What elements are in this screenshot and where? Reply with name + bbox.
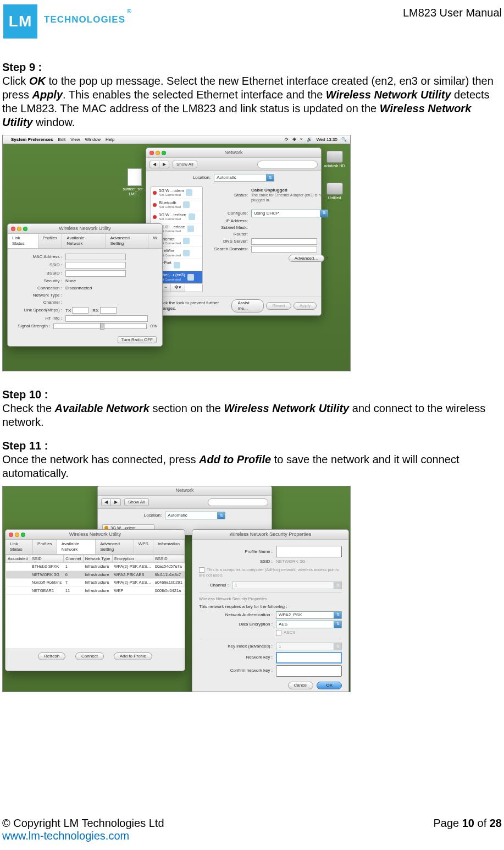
tab-link-status[interactable]: Link Status xyxy=(8,234,38,248)
key-index-select: 1⇅ xyxy=(276,643,342,650)
tab-advanced-setting[interactable]: Advanced Setting xyxy=(106,234,148,248)
airport-icon[interactable]: ⌔ xyxy=(300,137,303,142)
spotlight-icon[interactable]: 🔍 xyxy=(341,137,347,142)
tab-profiles[interactable]: Profiles xyxy=(33,540,57,554)
confirm-key-label: Confirm network key : xyxy=(199,668,276,673)
location-label: Location: xyxy=(144,513,162,518)
bluetooth-icon[interactable]: ❉ xyxy=(292,137,296,142)
table-row[interactable]: BTHub3-SFXK1InfrastructureWPA(2)-PSK AES… xyxy=(6,563,185,571)
advanced-button[interactable]: Advanced… xyxy=(289,255,325,262)
profile-name-input[interactable] xyxy=(276,546,342,557)
tab-available-network[interactable]: Available Network xyxy=(62,234,106,248)
menu-app[interactable]: System Preferences xyxy=(11,137,53,142)
key-index-label: Key index (advanced) : xyxy=(199,644,276,649)
network-table[interactable]: AssociatedSSIDChannelNetwork TypeEncrypt… xyxy=(5,555,185,595)
location-select[interactable]: Automatic⇅ xyxy=(165,512,225,519)
menu-view[interactable]: View xyxy=(70,137,80,142)
window-title: Wireless Network Security Properties xyxy=(192,531,348,538)
screenshot-1: System Preferences Edit View Window Help… xyxy=(2,135,351,371)
step-10-text: Check the Available Network section on t… xyxy=(2,402,502,429)
network-key-input[interactable] xyxy=(276,652,342,663)
tab-wps-cut[interactable]: W xyxy=(148,234,162,248)
nav-back-forward[interactable]: ◀▶ xyxy=(149,161,169,168)
service-item[interactable]: BluetoothNot Connected xyxy=(151,199,202,211)
encryption-select[interactable]: AES⇅ xyxy=(276,621,342,628)
footer-url[interactable]: www.lm-technologies.com xyxy=(2,830,129,842)
desktop-drive-hd[interactable]: acintosh HD xyxy=(322,151,347,169)
tab-information[interactable]: Information xyxy=(153,540,185,554)
revert-button[interactable]: Revert xyxy=(266,302,291,310)
signal-label: Signal Strength : xyxy=(13,323,53,329)
step-11-heading: Step 11 : xyxy=(2,439,502,453)
adhoc-label: This is a computer-to-computer (AdHoc) n… xyxy=(199,567,339,578)
security-properties-window: Wireless Network Security Properties Pro… xyxy=(192,529,349,692)
channel-label: Channel : xyxy=(199,583,232,588)
add-to-profile-button[interactable]: Add to Profile xyxy=(114,652,152,660)
mask-label: Subnet Mask: xyxy=(207,225,251,231)
ip-label: IP Address: xyxy=(207,218,251,224)
location-label: Location: xyxy=(193,175,211,180)
menu-window[interactable]: Window xyxy=(85,137,101,142)
step-9-heading: Step 9 : xyxy=(2,61,502,74)
bssid-value xyxy=(65,270,126,277)
ht-value xyxy=(65,315,148,322)
key-required-text: This network requires a key for the foll… xyxy=(199,604,342,610)
confirm-key-input[interactable] xyxy=(276,665,342,677)
bssid-label: BSSID : xyxy=(13,271,65,276)
network-type-label: Network Type : xyxy=(13,293,65,298)
mac-value xyxy=(65,254,126,260)
search-input[interactable] xyxy=(257,161,318,168)
menu-edit[interactable]: Edit xyxy=(58,137,66,142)
table-row[interactable]: Nordoff-Robbins7InfrastructureWPA(2)-PSK… xyxy=(6,579,185,586)
tab-profiles[interactable]: Profiles xyxy=(38,234,63,248)
router-label: Router: xyxy=(207,232,251,237)
cancel-button[interactable]: Cancel xyxy=(288,682,314,689)
clock[interactable]: Wed 13:35 xyxy=(316,137,337,142)
auth-select[interactable]: WPA2_PSK⇅ xyxy=(276,611,342,619)
show-all-button[interactable]: Show All xyxy=(124,498,149,506)
menu-help[interactable]: Help xyxy=(106,137,114,142)
table-row[interactable]: NETGEAR111InfrastructureWEP000fb5c0421a xyxy=(6,586,185,594)
sync-icon[interactable]: ⟳ xyxy=(285,137,289,142)
location-select[interactable]: Automatic⇅ xyxy=(214,174,274,182)
footer-page: Page 10 of 28 xyxy=(433,817,502,842)
tab-link-status[interactable]: Link Status xyxy=(5,540,33,554)
configure-select[interactable]: Using DHCP⇅ xyxy=(251,210,328,217)
show-all-button[interactable]: Show All xyxy=(173,161,197,168)
signal-value: 0% xyxy=(150,323,157,329)
search-domains-input[interactable] xyxy=(251,246,317,253)
ssid-value: NETWORK 3G xyxy=(276,559,342,564)
refresh-button[interactable]: Refresh xyxy=(38,652,65,660)
tab-available-network[interactable]: Available Network xyxy=(57,540,96,554)
ascii-label: ASCII xyxy=(284,630,295,635)
ssid-label: SSID : xyxy=(13,262,65,268)
status-value: Cable Unplugged xyxy=(251,188,287,193)
window-title: Wireless Network Utility xyxy=(5,531,185,538)
nav-back-forward[interactable]: ◀▶ xyxy=(101,498,121,506)
table-row[interactable]: NETWORK 3G6InfrastructureWPA2-PSK AESf8d… xyxy=(6,571,185,578)
tab-advanced-setting[interactable]: Advanced Setting xyxy=(96,540,134,554)
section-heading: Wireless Network Security Properties xyxy=(199,596,342,601)
apply-button[interactable]: Apply xyxy=(293,302,317,310)
search-input[interactable] xyxy=(208,498,268,506)
ok-button[interactable]: OK xyxy=(317,682,342,689)
service-item[interactable]: 3G W…terfaceNot Connected xyxy=(151,211,202,223)
turn-radio-off-button[interactable]: Turn Radio OFF xyxy=(118,336,157,343)
auth-label: Network Authentication : xyxy=(199,612,276,618)
dns-input[interactable] xyxy=(251,238,317,245)
signal-bar xyxy=(53,323,147,329)
connection-label: Connection : xyxy=(13,286,65,291)
configure-label: Configure: xyxy=(207,211,251,216)
tab-wps[interactable]: WPS xyxy=(134,540,153,554)
logo-square: LM xyxy=(3,4,37,39)
ssid-value xyxy=(65,262,126,268)
screenshot-2: Network ◀▶ Show All Location: Automatic⇅… xyxy=(2,486,351,692)
service-item[interactable]: 3G W…odemNot Connected xyxy=(151,187,202,199)
step-10-heading: Step 10 : xyxy=(2,388,502,402)
service-gear-button[interactable]: ✻▾ xyxy=(171,284,185,292)
window-title: Network xyxy=(146,150,321,156)
assist-button[interactable]: Assist me… xyxy=(231,299,264,312)
volume-icon[interactable]: 🔊 xyxy=(307,137,312,142)
connect-button[interactable]: Connect xyxy=(75,652,104,660)
footer-left: © Copyright LM Technologies Ltd www.lm-t… xyxy=(2,817,164,842)
